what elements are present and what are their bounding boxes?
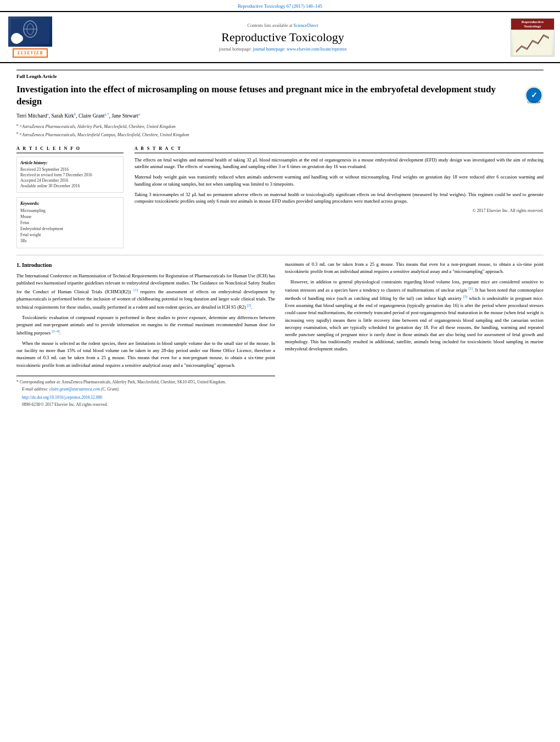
sciencedirect-prefix: Contents lists available at [248,23,294,28]
article-history-block: Article history: Received 23 September 2… [16,157,124,193]
author-kirk: Sarah Kirk [51,113,74,119]
journal-header-center: Contents lists available at ScienceDirec… [60,23,505,52]
page: Reproductive Toxicology 67 (2017) 140–14… [0,0,560,742]
svg-rect-0 [11,19,49,44]
intro-para-3: When the mouse is selected as the rodent… [16,340,275,369]
abstract-para-2: Maternal body weight gain was transientl… [135,174,544,188]
author-mitchard: Terri Mitchard [16,113,47,119]
accepted-date: Accepted 24 December 2016 [20,178,120,183]
footnote-email: E-mail address: claire.grant@astrazeneca… [16,387,275,393]
homepage-prefix: journal homepage: [219,47,253,52]
body-left-col: 1. Introduction The International Confer… [16,261,275,410]
abstract-para-1: The effects on fetal weights and materna… [135,157,544,171]
sciencedirect-link-text[interactable]: ScienceDirect [294,23,318,28]
svg-text:✓: ✓ [531,91,537,99]
received-revised-date: Received in revised form 7 December 2016 [20,172,120,177]
svg-rect-6 [513,30,552,55]
email-link[interactable]: claire.grant@astrazeneca.com [49,387,100,392]
homepage-link[interactable]: journal homepage: www.elsevier.com/locat… [253,47,346,52]
intro-para-1: The International Conference on Harmonis… [16,272,275,311]
keywords-block: Keywords: Microsampling Mouse Fetus Embr… [16,197,124,248]
journal-homepage: journal homepage: journal homepage: www.… [60,47,505,52]
history-label: Article history: [20,160,120,165]
authors: Terri Mitcharda, Sarah Kirkb, Claire Gra… [16,112,544,119]
journal-ref-text: Reproductive Toxicology 67 (2017) 140–14… [238,3,322,9]
keywords-label: Keywords: [20,201,120,206]
affiliation-a: a ᵃ AstraZeneca Pharmaceuticals, Alderle… [16,122,544,130]
article-info-header: A R T I C L E I N F O [16,146,124,153]
elsevier-image: e [8,16,52,47]
article-content: Full Length Article Investigation into t… [0,70,560,410]
rt-logo-header: ReproductiveToxicology [511,19,554,30]
keyword-6: 3Rs [20,238,120,243]
crossmark-logo[interactable]: ✓ CrossMark [524,86,544,105]
rt-logo-image [511,30,554,56]
intro-heading: 1. Introduction [16,261,275,270]
article-info-abstract: A R T I C L E I N F O Article history: R… [16,146,544,248]
keyword-4: Embryofetal development [20,226,120,231]
keyword-1: Microsampling [20,208,120,213]
elsevier-logo-area: e ELSEVIER [5,16,55,58]
article-info-col: A R T I C L E I N F O Article history: R… [16,146,124,248]
journal-title: Reproductive Toxicology [60,30,505,44]
svg-point-4 [15,35,23,42]
copyright: © 2017 Elsevier Inc. All rights reserved… [135,208,544,213]
journal-header: e ELSEVIER Contents lists available at S… [0,11,560,63]
author-grant: Claire Grant [79,113,104,119]
elsevier-brand: ELSEVIER [13,48,47,58]
footnote-area: * Corresponding author at: AstraZeneca P… [16,376,275,408]
abstract-para-3: Taking 3 microsamples of 32 μL had no pe… [135,191,544,205]
author-stewart: Jane Stewart [111,113,138,119]
issn-line: 0890-6238/© 2017 Elsevier Inc. All right… [16,402,275,408]
doi-line[interactable]: http://dx.doi.org/10.1016/j.reprotox.201… [16,395,275,401]
body-content: 1. Introduction The International Confer… [16,261,544,410]
affiliations: a ᵃ AstraZeneca Pharmaceuticals, Alderle… [16,122,544,138]
affiliation-b: b ᵇ AstraZeneca Pharmaceuticals, Maccles… [16,130,544,138]
email-note: (C. Grant). [101,387,120,392]
section-divider [16,255,544,255]
article-title-row: Investigation into the effect of microsa… [16,83,544,108]
intro-para-2: Toxicokinetic evaluation of compound exp… [16,314,275,337]
available-date: Available online 30 December 2016 [20,183,120,188]
rt-logo: ReproductiveToxicology [511,18,555,57]
keyword-3: Fetus [20,220,120,225]
right-para-1: maximum of 0.3 mL can be taken from a 25… [285,261,544,275]
article-title: Investigation into the effect of microsa… [16,83,519,108]
abstract-text: The effects on fetal weights and materna… [135,157,544,205]
journal-reference: Reproductive Toxicology 67 (2017) 140–14… [0,0,560,11]
sciencedirect-line: Contents lists available at ScienceDirec… [60,23,505,28]
keyword-2: Mouse [20,214,120,219]
body-right-col: maximum of 0.3 mL can be taken from a 25… [285,261,544,410]
abstract-col: A B S T R A C T The effects on fetal wei… [135,146,544,248]
svg-text:e: e [18,37,20,42]
svg-text:CrossMark: CrossMark [527,101,541,104]
received-date: Received 23 September 2016 [20,167,120,172]
article-type: Full Length Article [16,70,544,79]
keyword-5: Fetal weight [20,232,120,237]
abstract-header: A B S T R A C T [135,146,544,153]
right-para-2: However, in addition to general physiolo… [285,278,544,353]
footnote-corresponding: * Corresponding author at: AstraZeneca P… [16,380,275,386]
